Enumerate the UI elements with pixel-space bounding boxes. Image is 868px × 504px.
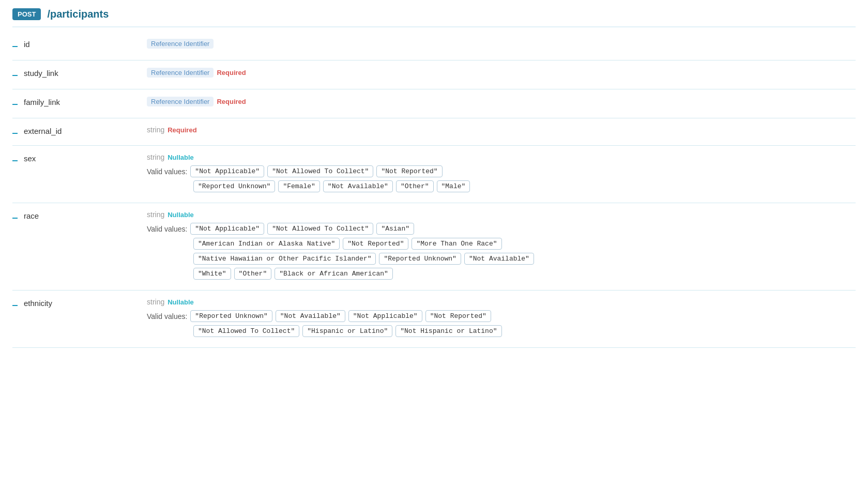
ref-badge: Reference Identifier (147, 68, 214, 78)
param-name-label: study_link (24, 69, 58, 78)
type-line: stringNullable (147, 298, 856, 306)
valid-values-first-line: Valid values:"Not Applicable""Not Allowe… (147, 165, 856, 177)
type-line: stringNullable (147, 153, 856, 161)
type-line: stringRequired (147, 126, 856, 134)
valid-values-label: Valid values: (147, 312, 187, 320)
value-tag: "Not Hispanic or Latino" (395, 325, 501, 337)
param-row: sexstringNullableValid values:"Not Appli… (12, 146, 856, 203)
value-tag: "White" (193, 268, 231, 280)
type-line: Reference IdentifierRequired (147, 68, 856, 78)
value-tag: "Not Applicable" (348, 310, 422, 322)
type-line: Reference Identifier (147, 39, 856, 49)
value-tag: "Reported Unknown" (379, 253, 461, 265)
param-connector-icon (12, 154, 18, 161)
modifier-badge: Nullable (167, 298, 194, 306)
param-detail-col: stringNullableValid values:"Reported Unk… (147, 298, 856, 340)
ref-badge: Reference Identifier (147, 97, 214, 106)
type-line: Reference IdentifierRequired (147, 97, 856, 106)
value-tag: "Not Reported" (425, 310, 491, 322)
param-name-col: study_link (12, 68, 147, 78)
value-tag: "Not Allowed To Collect" (193, 325, 299, 337)
valid-values-continuation: "Native Hawaiian or Other Pacific Island… (147, 253, 856, 265)
param-detail-col: Reference IdentifierRequired (147, 97, 856, 111)
param-detail-col: Reference IdentifierRequired (147, 68, 856, 82)
value-tag: "Other" (396, 180, 434, 192)
param-name-col: race (12, 210, 147, 220)
param-row: racestringNullableValid values:"Not Appl… (12, 203, 856, 291)
param-connector-icon (12, 98, 18, 105)
ref-badge: Reference Identifier (147, 39, 214, 49)
value-tag: "Native Hawaiian or Other Pacific Island… (193, 253, 376, 265)
param-connector-icon (12, 299, 18, 306)
value-tag: "Reported Unknown" (193, 180, 275, 192)
method-badge: POST (12, 8, 41, 20)
modifier-badge: Required (167, 126, 196, 134)
param-name-col: id (12, 39, 147, 49)
value-tag: "Not Available" (276, 310, 345, 322)
param-connector-icon (12, 211, 18, 219)
param-detail-col: Reference Identifier (147, 39, 856, 53)
type-text: string (147, 298, 164, 306)
value-tag: "Black or African American" (275, 268, 393, 280)
param-row: family_linkReference IdentifierRequired (12, 89, 856, 118)
value-tag: "Not Available" (323, 180, 393, 192)
value-tag: "Hispanic or Latino" (302, 325, 392, 337)
param-connector-icon (12, 69, 18, 76)
valid-values-continuation: "American Indian or Alaska Native""Not R… (147, 238, 856, 250)
valid-values-label: Valid values: (147, 225, 187, 233)
valid-values-label: Valid values: (147, 167, 187, 176)
modifier-badge: Required (217, 69, 246, 77)
param-row: external_idstringRequired (12, 118, 856, 146)
param-row: study_linkReference IdentifierRequired (12, 60, 856, 89)
param-name-label: sex (24, 154, 36, 163)
value-tag: "More Than One Race" (412, 238, 501, 250)
endpoint-path: /participants (47, 8, 109, 20)
value-tag: "Female" (278, 180, 319, 192)
param-row: idReference Identifier (12, 32, 856, 60)
param-detail-col: stringRequired (147, 126, 856, 138)
endpoint-header: POST /participants (12, 8, 856, 27)
value-tag: "Reported Unknown" (190, 310, 272, 322)
param-connector-icon (12, 127, 18, 134)
value-tag: "Asian" (376, 223, 414, 235)
value-tag: "Male" (437, 180, 470, 192)
type-text: string (147, 153, 164, 161)
value-tag: "Not Allowed To Collect" (267, 165, 373, 177)
param-name-col: external_id (12, 126, 147, 135)
param-name-col: family_link (12, 97, 147, 106)
param-name-label: ethnicity (24, 299, 52, 308)
param-name-label: id (24, 40, 30, 49)
param-connector-icon (12, 40, 18, 47)
valid-values-continuation: "White""Other""Black or African American… (147, 268, 856, 280)
modifier-badge: Nullable (167, 211, 194, 219)
value-tag: "Not Reported" (343, 238, 408, 250)
value-tag: "Other" (234, 268, 272, 280)
params-list: idReference Identifierstudy_linkReferenc… (12, 32, 856, 348)
valid-values-first-line: Valid values:"Reported Unknown""Not Avai… (147, 310, 856, 322)
param-name-col: sex (12, 153, 147, 163)
value-tag: "Not Applicable" (190, 223, 264, 235)
value-tag: "Not Allowed To Collect" (267, 223, 373, 235)
valid-values-continuation: "Not Allowed To Collect""Hispanic or Lat… (147, 325, 856, 337)
type-text: string (147, 126, 164, 134)
page-container: POST /participants idReference Identifie… (0, 0, 868, 356)
param-row: ethnicitystringNullableValid values:"Rep… (12, 291, 856, 348)
modifier-badge: Required (217, 98, 246, 105)
modifier-badge: Nullable (167, 154, 194, 161)
value-tag: "Not Available" (464, 253, 534, 265)
param-name-label: external_id (24, 127, 62, 135)
value-tag: "Not Applicable" (190, 165, 264, 177)
valid-values-continuation: "Reported Unknown""Female""Not Available… (147, 180, 856, 192)
value-tag: "American Indian or Alaska Native" (193, 238, 340, 250)
param-detail-col: stringNullableValid values:"Not Applicab… (147, 210, 856, 283)
value-tag: "Not Reported" (376, 165, 442, 177)
param-name-label: family_link (24, 98, 60, 106)
valid-values-first-line: Valid values:"Not Applicable""Not Allowe… (147, 223, 856, 235)
param-name-col: ethnicity (12, 298, 147, 308)
param-name-label: race (24, 211, 39, 220)
param-detail-col: stringNullableValid values:"Not Applicab… (147, 153, 856, 195)
type-line: stringNullable (147, 210, 856, 219)
type-text: string (147, 210, 164, 219)
